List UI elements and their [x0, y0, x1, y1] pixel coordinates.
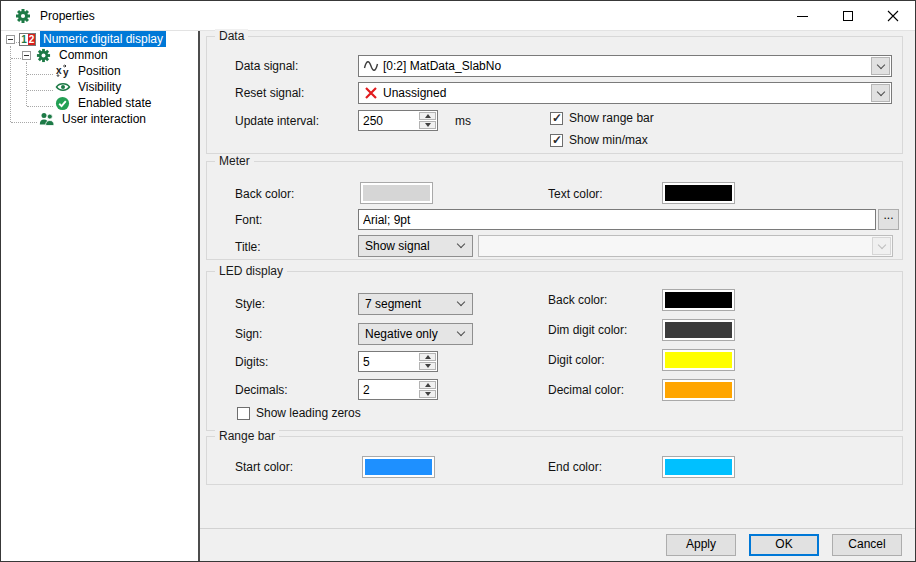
- gear-icon: [35, 48, 52, 62]
- spin-down-button[interactable]: [419, 362, 436, 370]
- color-fill: [365, 459, 432, 475]
- minimize-button[interactable]: [780, 1, 825, 31]
- tree-item-common[interactable]: Common: [1, 47, 198, 63]
- spin-up-button[interactable]: [419, 353, 436, 361]
- update-interval-label: Update interval:: [235, 114, 319, 128]
- ok-button[interactable]: OK: [749, 534, 819, 556]
- style-label: Style:: [235, 297, 265, 311]
- tree-item-numeric-digital-display[interactable]: 12 Numeric digital display: [1, 31, 198, 47]
- end-color-swatch[interactable]: [662, 456, 735, 478]
- start-color-swatch[interactable]: [362, 456, 435, 478]
- properties-dialog: Properties 12: [0, 0, 916, 562]
- sign-label: Sign:: [235, 327, 262, 341]
- cancel-button[interactable]: Cancel: [832, 534, 902, 556]
- digit-color-swatch[interactable]: [662, 349, 735, 371]
- up-arrow-icon: [425, 355, 431, 359]
- dropdown-button[interactable]: [871, 84, 890, 102]
- tree-item-enabled-state[interactable]: Enabled state: [1, 95, 198, 111]
- meter-text-color-swatch[interactable]: [662, 182, 735, 204]
- title-mode-dropdown[interactable]: Show signal: [358, 235, 473, 257]
- font-browse-button[interactable]: ...: [878, 209, 899, 230]
- tree-item-visibility[interactable]: Visibility: [1, 79, 198, 95]
- update-interval-spinner: [358, 110, 438, 131]
- meter-back-color-swatch[interactable]: [360, 182, 433, 204]
- spin-up-button[interactable]: [419, 381, 436, 389]
- tree-item-position[interactable]: x y Position: [1, 63, 198, 79]
- style-dropdown[interactable]: 7 segment: [358, 293, 473, 315]
- color-fill: [665, 185, 732, 201]
- reset-signal-label: Reset signal:: [235, 86, 304, 100]
- chevron-down-icon: [457, 240, 465, 248]
- decimal-color-label: Decimal color:: [548, 383, 624, 397]
- svg-text:x: x: [56, 65, 62, 76]
- svg-text:y: y: [63, 67, 69, 78]
- tree-item-label: Numeric digital display: [40, 31, 166, 47]
- spin-up-button[interactable]: [419, 112, 436, 120]
- chevron-down-icon: [457, 328, 465, 336]
- color-fill: [665, 352, 732, 368]
- show-leading-zeros-checkbox[interactable]: Show leading zeros: [237, 406, 361, 420]
- show-min-max-checkbox[interactable]: Show min/max: [550, 133, 648, 147]
- down-arrow-icon: [425, 364, 431, 368]
- close-button[interactable]: [870, 1, 915, 31]
- users-icon: [38, 112, 55, 126]
- digits-label: Digits:: [235, 355, 268, 369]
- font-input[interactable]: [358, 209, 876, 230]
- color-fill: [665, 459, 732, 475]
- decimals-input[interactable]: [359, 380, 419, 399]
- data-signal-combobox[interactable]: [0:2] MatData_SlabNo: [358, 55, 892, 77]
- collapse-icon[interactable]: [6, 35, 15, 44]
- close-icon: [887, 10, 899, 22]
- down-arrow-icon: [425, 392, 431, 396]
- data-signal-label: Data signal:: [235, 59, 298, 73]
- show-range-bar-checkbox[interactable]: Show range bar: [550, 111, 654, 125]
- gear-icon: [15, 8, 31, 24]
- dropdown-value: Show signal: [365, 239, 430, 253]
- led-back-color-label: Back color:: [548, 293, 607, 307]
- tree-item-label: Enabled state: [75, 95, 154, 111]
- down-arrow-icon: [425, 123, 431, 127]
- start-color-label: Start color:: [235, 460, 293, 474]
- spin-down-button[interactable]: [419, 390, 436, 398]
- group-title: LED display: [215, 264, 287, 278]
- meter-back-color-label: Back color:: [235, 187, 294, 201]
- title-signal-combobox: [478, 235, 893, 257]
- digits-input[interactable]: [359, 352, 419, 371]
- color-fill: [363, 185, 430, 201]
- decimals-label: Decimals:: [235, 383, 288, 397]
- up-arrow-icon: [425, 383, 431, 387]
- dropdown-button[interactable]: [871, 57, 890, 75]
- group-title: Meter: [215, 154, 254, 168]
- minimize-icon: [797, 16, 808, 17]
- spin-down-button[interactable]: [419, 121, 436, 129]
- digits-spinner: [358, 351, 438, 372]
- check-circle-icon: [54, 96, 71, 110]
- update-interval-input[interactable]: [359, 111, 419, 130]
- apply-button[interactable]: Apply: [666, 534, 736, 556]
- tree-item-label: Visibility: [75, 79, 124, 95]
- properties-form: Data Data signal: [0:2] MatData_SlabNo R…: [200, 31, 915, 561]
- window-controls: [780, 1, 915, 31]
- checkbox-icon: [550, 134, 563, 147]
- tree-item-user-interaction[interactable]: User interaction: [1, 111, 198, 127]
- maximize-button[interactable]: [825, 1, 870, 31]
- collapse-icon[interactable]: [22, 51, 31, 60]
- sign-dropdown[interactable]: Negative only: [358, 323, 473, 345]
- signal-wave-icon: [363, 58, 379, 74]
- property-tree: 12 Numeric digital display: [1, 31, 200, 561]
- chevron-down-icon: [876, 61, 884, 69]
- title-label: Title:: [235, 240, 261, 254]
- checkbox-label: Show min/max: [569, 133, 648, 147]
- led-back-color-swatch[interactable]: [662, 289, 735, 311]
- dim-digit-color-swatch[interactable]: [662, 319, 735, 341]
- red-x-icon: [363, 85, 379, 101]
- decimal-color-swatch[interactable]: [662, 379, 735, 401]
- checkbox-label: Show range bar: [569, 111, 654, 125]
- reset-signal-combobox[interactable]: Unassigned: [358, 82, 892, 104]
- title-bar: Properties: [1, 1, 915, 31]
- dropdown-button: [872, 237, 891, 255]
- button-bar-separator: [200, 528, 915, 529]
- checkbox-icon: [237, 407, 250, 420]
- numeric-display-icon: 12: [19, 32, 36, 46]
- chevron-down-icon: [877, 241, 885, 249]
